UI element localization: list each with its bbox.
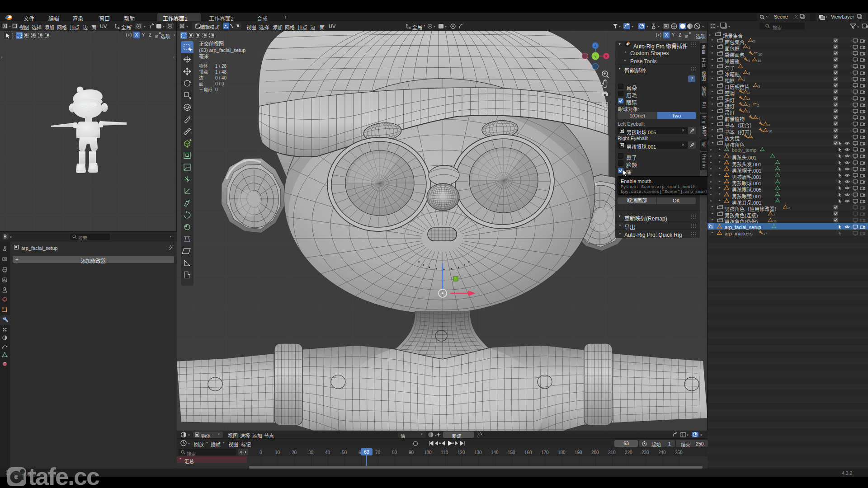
- svg-text:▼: ▼: [646, 25, 649, 28]
- svg-text:▼: ▼: [618, 25, 621, 28]
- svg-text:▼: ▼: [162, 25, 165, 28]
- svg-text:▼: ▼: [717, 25, 719, 28]
- svg-text:▼: ▼: [631, 25, 634, 28]
- svg-text:▼: ▼: [188, 442, 190, 445]
- svg-text:Y: Y: [594, 55, 597, 59]
- svg-text:▼: ▼: [186, 25, 189, 28]
- svg-text:▼: ▼: [657, 25, 660, 28]
- svg-text:▼: ▼: [857, 26, 859, 28]
- svg-text:▼: ▼: [700, 434, 703, 436]
- svg-text:▼: ▼: [9, 25, 11, 28]
- svg-text:tafe.cc: tafe.cc: [28, 466, 99, 488]
- svg-text:▼: ▼: [728, 25, 731, 28]
- svg-text:▼: ▼: [143, 25, 146, 28]
- svg-text:▼: ▼: [686, 434, 689, 436]
- svg-text:▼: ▼: [9, 236, 12, 239]
- svg-text:▼: ▼: [702, 25, 704, 28]
- svg-text:▼: ▼: [444, 25, 447, 28]
- svg-text:▼: ▼: [188, 434, 190, 436]
- svg-text:X: X: [605, 54, 608, 58]
- svg-text:Z: Z: [594, 44, 597, 48]
- svg-text:▼: ▼: [433, 25, 436, 28]
